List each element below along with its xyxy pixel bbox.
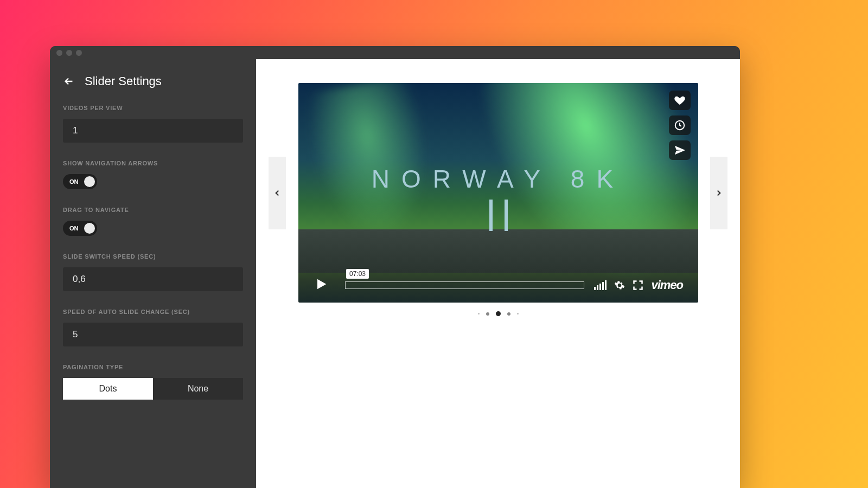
back-arrow-icon[interactable] [63,75,75,87]
video-action-buttons [669,91,691,160]
video-subtitle-overlay [298,200,698,231]
page-dot-active[interactable] [496,311,501,316]
pagination-dots [256,311,740,316]
toggle-knob [84,176,95,187]
app-window: Slider Settings VIDEOS PER VIEW SHOW NAV… [50,46,740,488]
field-auto-slide-speed: SPEED OF AUTO SLIDE CHANGE (SEC) [50,309,256,346]
settings-sidebar: Slider Settings VIDEOS PER VIEW SHOW NAV… [50,59,256,488]
window-minimize-dot[interactable] [66,50,72,56]
toggle-state-text: ON [69,178,79,185]
toggle-show-nav-arrows[interactable]: ON [63,174,97,189]
like-button[interactable] [669,91,691,110]
sidebar-title: Slider Settings [85,74,162,88]
settings-gear-icon[interactable] [614,280,625,291]
vimeo-logo[interactable]: vimeo [651,278,683,292]
field-videos-per-view: VIDEOS PER VIEW [50,105,256,143]
sidebar-header: Slider Settings [50,69,256,105]
toggle-state-text: ON [69,225,79,232]
page-dot[interactable] [517,313,519,314]
segmented-pagination-type: Dots None [63,378,243,400]
video-controls: vimeo [298,267,698,303]
label-pagination-type: PAGINATION TYPE [63,364,243,370]
segment-dots[interactable]: Dots [63,378,153,400]
fullscreen-icon[interactable] [633,280,643,291]
ground-graphic [298,229,698,273]
label-drag-to-navigate: DRAG TO NAVIGATE [63,207,243,213]
window-zoom-dot[interactable] [76,50,82,56]
label-videos-per-view: VIDEOS PER VIEW [63,105,243,111]
field-pagination-type: PAGINATION TYPE Dots None [50,364,256,400]
segment-none[interactable]: None [153,378,243,400]
volume-control[interactable] [594,280,607,290]
window-titlebar [50,46,740,59]
page-dot[interactable] [478,313,480,314]
page-dot[interactable] [486,312,489,316]
progress-bar[interactable] [345,281,584,289]
slider-next-button[interactable] [710,157,727,229]
app-body: Slider Settings VIDEOS PER VIEW SHOW NAV… [50,59,740,488]
video-title-overlay: NORWAY 8K [298,164,698,194]
share-button[interactable] [669,140,691,160]
toggle-drag-to-navigate[interactable]: ON [63,221,97,236]
preview-pane: NORWAY 8K 07:03 [256,59,740,488]
page-dot[interactable] [507,312,510,316]
field-show-nav-arrows: SHOW NAVIGATION ARROWS ON [50,160,256,189]
window-close-dot[interactable] [56,50,62,56]
play-button[interactable] [314,277,329,294]
input-videos-per-view[interactable] [63,119,243,143]
field-drag-to-navigate: DRAG TO NAVIGATE ON [50,207,256,236]
label-auto-slide-speed: SPEED OF AUTO SLIDE CHANGE (SEC) [63,309,243,315]
label-show-nav-arrows: SHOW NAVIGATION ARROWS [63,160,243,166]
watch-later-button[interactable] [669,115,691,135]
label-slide-switch-speed: SLIDE SWITCH SPEED (SEC) [63,253,243,260]
input-auto-slide-speed[interactable] [63,323,243,346]
field-slide-switch-speed: SLIDE SWITCH SPEED (SEC) [50,253,256,291]
slider-prev-button[interactable] [269,157,286,229]
video-player[interactable]: NORWAY 8K 07:03 [298,83,698,303]
input-slide-switch-speed[interactable] [63,267,243,291]
toggle-knob [84,223,95,234]
